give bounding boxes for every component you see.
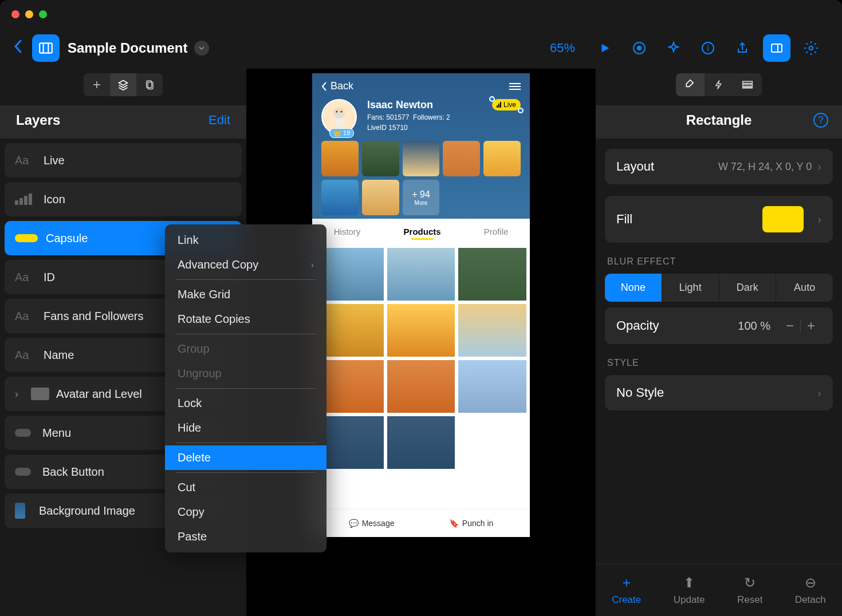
device-bottom-bar: 💬Message 🔖Punch in bbox=[312, 509, 530, 537]
play-icon[interactable] bbox=[591, 34, 619, 62]
opacity-decrease[interactable]: − bbox=[780, 315, 800, 336]
style-row[interactable]: No Style › bbox=[605, 375, 833, 410]
tab-history: History bbox=[334, 227, 361, 236]
inspector-body: Layout W 72, H 24, X 0, Y 0 › Fill › BLU… bbox=[596, 139, 842, 564]
blur-segmented-control: None Light Dark Auto bbox=[605, 274, 833, 302]
create-action[interactable]: + Create bbox=[612, 575, 641, 606]
document-title[interactable]: Sample Document bbox=[68, 40, 187, 56]
menu-copy[interactable]: Copy bbox=[165, 500, 326, 524]
reset-action[interactable]: ↻ Reset bbox=[737, 575, 762, 606]
text-icon: Aa bbox=[15, 271, 44, 284]
chevron-right-icon: › bbox=[817, 160, 821, 173]
back-button[interactable] bbox=[14, 39, 22, 57]
profile-stats: Fans: 501577 Followers: 2 bbox=[367, 113, 521, 121]
menu-rotate-copies[interactable]: Rotate Copies bbox=[165, 307, 326, 331]
plus-icon: + bbox=[623, 575, 631, 591]
info-icon[interactable]: i bbox=[694, 34, 722, 62]
product-cell bbox=[387, 360, 455, 413]
product-cell bbox=[458, 248, 526, 301]
share-icon[interactable] bbox=[729, 34, 756, 62]
help-icon[interactable]: ? bbox=[813, 113, 828, 128]
product-cell bbox=[458, 416, 526, 469]
blur-auto[interactable]: Auto bbox=[776, 274, 833, 302]
style-section-label: STYLE bbox=[607, 358, 831, 368]
svg-rect-0 bbox=[40, 43, 52, 53]
style-tab[interactable] bbox=[676, 73, 705, 96]
layers-header: Layers Edit bbox=[0, 105, 246, 139]
blur-section-label: BLUR EFFECT bbox=[607, 256, 831, 267]
detach-action[interactable]: ⊖ Detach bbox=[795, 575, 826, 606]
layers-title: Layers bbox=[16, 112, 60, 128]
chevron-right-icon: › bbox=[817, 386, 821, 400]
layout-row[interactable]: Layout W 72, H 24, X 0, Y 0 › bbox=[605, 149, 833, 184]
menu-lock[interactable]: Lock bbox=[165, 391, 326, 416]
tab-profile: Profile bbox=[484, 227, 509, 236]
layer-live[interactable]: Aa Live bbox=[5, 143, 242, 177]
product-cell bbox=[387, 304, 455, 357]
live-badge: Live bbox=[492, 99, 521, 110]
layout-tab[interactable] bbox=[733, 73, 762, 96]
refresh-icon: ↻ bbox=[744, 575, 756, 591]
svg-point-13 bbox=[336, 111, 338, 113]
menu-link[interactable]: Link bbox=[165, 228, 326, 252]
blur-dark[interactable]: Dark bbox=[719, 274, 777, 302]
settings-icon[interactable] bbox=[797, 34, 825, 62]
text-icon: Aa bbox=[15, 154, 44, 167]
svg-point-14 bbox=[341, 111, 343, 113]
opacity-value[interactable]: 100 % bbox=[738, 319, 770, 333]
blur-none[interactable]: None bbox=[605, 274, 662, 302]
level-badge: 👑 18 bbox=[329, 128, 354, 138]
blur-light[interactable]: Light bbox=[662, 274, 719, 302]
maximize-window[interactable] bbox=[39, 10, 47, 18]
product-cell bbox=[458, 304, 526, 357]
menu-paste[interactable]: Paste bbox=[165, 524, 326, 549]
svg-text:i: i bbox=[707, 44, 709, 53]
menu-advanced-copy[interactable]: Advanced Copy› bbox=[165, 252, 326, 277]
fill-swatch[interactable] bbox=[762, 206, 804, 232]
close-window[interactable] bbox=[11, 10, 19, 18]
shape-icon bbox=[15, 468, 31, 476]
zoom-level[interactable]: 65% bbox=[550, 41, 575, 56]
menu-hide[interactable]: Hide bbox=[165, 416, 326, 440]
layer-icon[interactable]: Icon bbox=[5, 182, 242, 216]
product-cell bbox=[387, 416, 455, 469]
style-actions: + Create ⬆ Update ↻ Reset ⊖ Detach bbox=[596, 564, 842, 616]
edit-button[interactable]: Edit bbox=[208, 113, 230, 128]
docs-tab[interactable] bbox=[136, 73, 163, 96]
left-panel-tabs bbox=[0, 69, 246, 105]
device-preview: Back 👑 18 Isaac Newton Fans: 50157 bbox=[312, 73, 530, 537]
menu-cut[interactable]: Cut bbox=[165, 475, 326, 500]
punchin-action: 🔖Punch in bbox=[449, 519, 493, 528]
opacity-row: Opacity 100 % − + bbox=[605, 307, 833, 344]
document-menu[interactable] bbox=[194, 41, 209, 56]
capsule-icon bbox=[15, 234, 38, 242]
record-icon[interactable] bbox=[625, 34, 653, 62]
thumb bbox=[403, 141, 440, 176]
sparkle-icon[interactable] bbox=[660, 34, 687, 62]
opacity-increase[interactable]: + bbox=[801, 315, 821, 336]
chevron-right-icon: › bbox=[311, 260, 314, 270]
update-action[interactable]: ⬆ Update bbox=[674, 575, 705, 606]
context-menu: Link Advanced Copy› Make Grid Rotate Cop… bbox=[165, 224, 326, 552]
bars-icon bbox=[15, 194, 32, 205]
shape-icon bbox=[15, 429, 31, 437]
menu-make-grid[interactable]: Make Grid bbox=[165, 282, 326, 307]
product-grid bbox=[312, 244, 530, 472]
product-cell bbox=[387, 248, 455, 301]
menu-delete[interactable]: Delete bbox=[165, 445, 326, 470]
add-tab[interactable] bbox=[84, 73, 110, 96]
image-icon bbox=[15, 503, 25, 519]
svg-rect-16 bbox=[743, 84, 753, 86]
svg-point-4 bbox=[637, 46, 642, 50]
inspector-title: Rectangle bbox=[686, 112, 752, 128]
panels-toggle[interactable] bbox=[32, 34, 60, 62]
layers-tab[interactable] bbox=[110, 73, 136, 96]
more-button: + 94More bbox=[403, 180, 440, 215]
fill-row[interactable]: Fill › bbox=[605, 196, 833, 243]
actions-tab[interactable] bbox=[705, 73, 733, 96]
hamburger-icon bbox=[509, 83, 521, 90]
minimize-window[interactable] bbox=[25, 10, 33, 18]
menu-group: Group bbox=[165, 337, 326, 361]
right-panel-toggle[interactable] bbox=[763, 34, 790, 62]
device-header: Back bbox=[312, 73, 530, 99]
